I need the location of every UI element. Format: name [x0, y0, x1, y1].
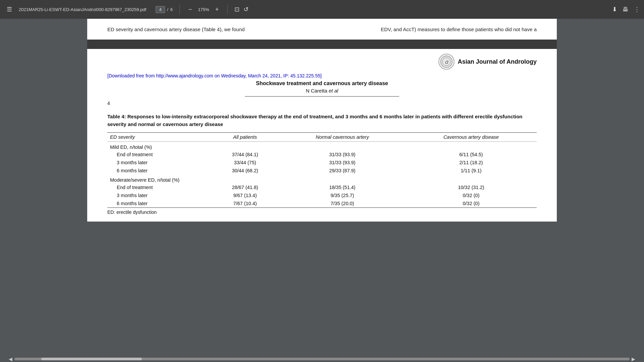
toolbar-divider2: [227, 5, 228, 14]
journal-name: Asian Journal of Andrology: [458, 58, 537, 65]
page-input[interactable]: 4: [156, 6, 165, 13]
menu-icon[interactable]: ☰: [4, 3, 15, 16]
data-table: ED severity All patients Normal cavernou…: [107, 132, 537, 215]
pdf-viewer: ED severity and cavernous artery disease…: [0, 19, 644, 362]
toolbar-right-icons: ⬇ 🖶 ⋮: [612, 6, 640, 13]
mild-eot-label: End of treatment: [107, 150, 211, 159]
article-header: Shockwave treatment and cavernous artery…: [87, 78, 557, 94]
mild-ed-header: Mild ED, n/total (%): [107, 141, 537, 150]
print-button[interactable]: 🖶: [623, 6, 629, 13]
mild-6m-disease: 1/11 (9.1): [406, 167, 537, 175]
mild-6m-label: 6 months later: [107, 167, 211, 175]
table-row: 3 months later 9/67 (13.4) 9/35 (25.7) 0…: [107, 191, 537, 199]
pdf-page: ED severity and cavernous artery disease…: [87, 19, 557, 222]
mod-6m-normal: 7/35 (20.0): [279, 199, 406, 208]
mod-eot-label: End of treatment: [107, 183, 211, 191]
right-top-text: EDV, and AccT) measures to define those …: [381, 25, 537, 34]
table-row: End of treatment 28/67 (41.8) 18/35 (51.…: [107, 183, 537, 191]
fit-page-button[interactable]: ⊡: [234, 6, 239, 13]
page-number: 4: [87, 99, 557, 107]
mod-eot-normal: 18/35 (51.4): [279, 183, 406, 191]
download-link[interactable]: [Downloaded free from http://www.ajandro…: [87, 73, 557, 78]
mild-eot-disease: 6/11 (54.5): [406, 150, 537, 159]
mod-6m-disease: 0/32 (0): [406, 199, 537, 208]
mod-3m-disease: 0/32 (0): [406, 191, 537, 199]
filename: 2021MAR25-Li-ESWT-ED-AsianJAndrol000-829…: [19, 7, 146, 12]
table-row: 6 months later 7/67 (10.4) 7/35 (20.0) 0…: [107, 199, 537, 208]
page-top-content: ED severity and cavernous artery disease…: [87, 19, 557, 34]
mod-6m-label: 6 months later: [107, 199, 211, 208]
table-section: Table 4: Responses to low-intensity extr…: [87, 107, 557, 222]
table-row: End of treatment 37/44 (84.1) 31/33 (93.…: [107, 150, 537, 159]
svg-text:ɑ: ɑ: [445, 59, 448, 65]
zoom-controls: − 175% +: [186, 5, 221, 14]
mod-ed-header: Moderate/severe ED, n/total (%): [107, 175, 537, 183]
table-row: 6 months later 30/44 (68.2) 29/33 (87.9)…: [107, 167, 537, 175]
table-row: Mild ED, n/total (%): [107, 141, 537, 150]
author-name: N Caretta: [306, 88, 329, 94]
table-footnote: ED: erectile dysfunction: [107, 207, 537, 215]
mod-eot-disease: 10/32 (31.2): [406, 183, 537, 191]
toolbar-divider: [179, 5, 180, 14]
mod-eot-all: 28/67 (41.8): [211, 183, 279, 191]
page-nav: 4 / 6: [156, 6, 173, 13]
mild-6m-normal: 29/33 (87.9): [279, 167, 406, 175]
article-title: Shockwave treatment and cavernous artery…: [107, 80, 537, 86]
zoom-out-button[interactable]: −: [186, 5, 194, 14]
left-top-text: ED severity and cavernous artery disease…: [107, 25, 245, 34]
zoom-value: 175%: [196, 7, 211, 12]
mild-3m-disease: 2/11 (18.2): [406, 159, 537, 167]
mild-eot-all: 37/44 (84.1): [211, 150, 279, 159]
journal-header: ɑ Asian Journal of Andrology: [87, 49, 557, 73]
zoom-in-button[interactable]: +: [213, 5, 221, 14]
table-row: 3 months later 33/44 (75) 31/33 (93.9) 2…: [107, 159, 537, 167]
table-caption: Table 4: Responses to low-intensity extr…: [107, 113, 537, 128]
mild-6m-all: 30/44 (68.2): [211, 167, 279, 175]
article-separator: [245, 96, 399, 97]
col-header-all-patients: All patients: [211, 132, 279, 141]
table-header-row: ED severity All patients Normal cavernou…: [107, 132, 537, 141]
mod-3m-all: 9/67 (13.4): [211, 191, 279, 199]
mild-eot-normal: 31/33 (93.9): [279, 150, 406, 159]
mod-3m-label: 3 months later: [107, 191, 211, 199]
mild-3m-all: 33/44 (75): [211, 159, 279, 167]
scroll-thumb[interactable]: [41, 358, 142, 360]
col-header-disease: Cavernous artery disease: [406, 132, 537, 141]
page-total: 6: [170, 7, 173, 12]
scroll-right-arrow[interactable]: ▶: [630, 356, 637, 362]
mild-3m-label: 3 months later: [107, 159, 211, 167]
col-header-ed-severity: ED severity: [107, 132, 211, 141]
horizontal-scrollbar[interactable]: ◀ ▶: [0, 356, 644, 362]
table-footnote-row: ED: erectile dysfunction: [107, 207, 537, 215]
toolbar: ☰ 2021MAR25-Li-ESWT-ED-AsianJAndrol000-8…: [0, 0, 644, 19]
article-authors: N Caretta et al: [107, 88, 537, 94]
mod-6m-all: 7/67 (10.4): [211, 199, 279, 208]
page-separator: /: [167, 7, 168, 12]
black-divider-bar: [87, 40, 557, 49]
mild-3m-normal: 31/33 (93.9): [279, 159, 406, 167]
rotate-button[interactable]: ↺: [244, 6, 249, 13]
scroll-track[interactable]: [14, 358, 630, 360]
more-options-button[interactable]: ⋮: [634, 6, 640, 13]
journal-logo: ɑ: [438, 54, 454, 70]
download-button[interactable]: ⬇: [612, 6, 617, 13]
col-header-normal: Normal cavernous artery: [279, 132, 406, 141]
scroll-left-arrow[interactable]: ◀: [7, 356, 14, 362]
mod-3m-normal: 9/35 (25.7): [279, 191, 406, 199]
table-row: Moderate/severe ED, n/total (%): [107, 175, 537, 183]
author-et-al: et al: [329, 88, 338, 94]
